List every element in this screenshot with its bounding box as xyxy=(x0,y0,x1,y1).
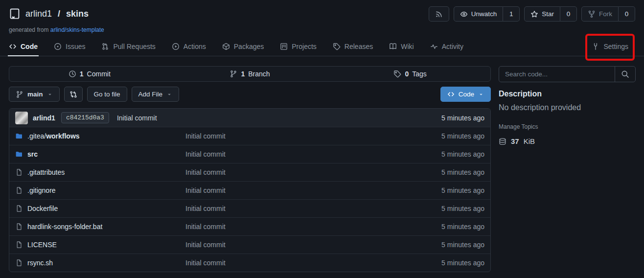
commit-message-link[interactable]: Initial commit xyxy=(117,114,157,122)
watch-group: Unwatch 1 xyxy=(454,6,520,22)
tab-issues[interactable]: Issues xyxy=(54,37,85,56)
tab-wiki-label: Wiki xyxy=(401,43,414,50)
search-button[interactable] xyxy=(615,67,635,82)
tab-actions[interactable]: Actions xyxy=(172,37,206,56)
repo-size-value: 37 xyxy=(511,137,519,145)
tab-packages[interactable]: Packages xyxy=(222,37,264,56)
project-board-icon xyxy=(280,43,288,50)
star-group: Star 0 xyxy=(524,6,577,22)
fork-button[interactable]: Fork xyxy=(581,6,619,22)
row-timestamp: 5 minutes ago xyxy=(441,259,484,267)
row-commit-message[interactable]: Initial commit xyxy=(185,205,226,212)
dir-path-prefix: .gitea/ xyxy=(27,132,46,140)
branch-label: Branch xyxy=(248,70,270,78)
file-link[interactable]: hardlink-songs-folder.bat xyxy=(27,223,102,231)
repo-stats-bar: 1 Commit 1 Branch xyxy=(9,66,491,82)
row-timestamp: 5 minutes ago xyxy=(441,150,484,158)
unwatch-button[interactable]: Unwatch xyxy=(454,6,504,22)
template-repo-link[interactable]: arlind/skins-template xyxy=(50,26,104,33)
tab-actions-label: Actions xyxy=(184,43,206,50)
database-icon xyxy=(499,138,506,145)
branch-selector-button[interactable]: main xyxy=(9,87,60,102)
file-icon xyxy=(15,259,23,267)
file-toolbar: main Go to file Add File xyxy=(9,87,491,102)
table-row-gitattributes: .gitattributes Initial commit 5 minutes … xyxy=(9,163,490,181)
tab-wiki[interactable]: Wiki xyxy=(389,37,414,56)
row-commit-message[interactable]: Initial commit xyxy=(185,259,226,267)
tab-code[interactable]: Code xyxy=(9,37,38,56)
fork-label: Fork xyxy=(599,10,612,18)
tab-activity-label: Activity xyxy=(442,43,463,50)
file-icon xyxy=(15,168,23,176)
tab-activity[interactable]: Activity xyxy=(430,37,463,56)
commit-author-avatar[interactable] xyxy=(15,112,28,124)
tab-projects[interactable]: Projects xyxy=(280,37,317,56)
file-icon xyxy=(15,186,23,194)
file-link[interactable]: Dockerfile xyxy=(27,205,58,212)
row-commit-message[interactable]: Initial commit xyxy=(185,132,226,140)
compare-branches-button[interactable] xyxy=(64,87,83,102)
tools-icon xyxy=(592,43,599,50)
book-icon xyxy=(389,43,397,50)
repo-action-buttons: Unwatch 1 Star 0 xyxy=(429,6,635,22)
file-link[interactable]: rsync.sh xyxy=(27,259,53,267)
commit-author-name[interactable]: arlind1 xyxy=(33,114,55,122)
tab-pull-requests-label: Pull Requests xyxy=(113,43,155,50)
code-download-button[interactable]: Code xyxy=(440,87,491,102)
row-commit-message[interactable]: Initial commit xyxy=(185,150,226,158)
go-to-file-label: Go to file xyxy=(94,91,120,98)
pulse-icon xyxy=(430,43,438,50)
repo-header: arlind1 / skins xyxy=(0,0,644,56)
star-button[interactable]: Star xyxy=(524,6,560,22)
table-row-hardlink-bat: hardlink-songs-folder.bat Initial commit… xyxy=(9,217,490,235)
dir-link[interactable]: .gitea/workflows xyxy=(27,132,80,140)
file-icon xyxy=(15,205,23,212)
dir-name: workflows xyxy=(46,132,79,140)
commit-label: Commit xyxy=(87,70,111,78)
page-content: 1 Commit 1 Branch xyxy=(0,66,644,272)
search-icon xyxy=(621,70,629,78)
tags-stat[interactable]: 0 Tags xyxy=(330,67,490,81)
file-link[interactable]: LICENSE xyxy=(27,241,57,249)
commit-hash-link[interactable]: c84215d0a3 xyxy=(61,112,109,123)
code-search-box xyxy=(499,66,636,82)
manage-topics-link[interactable]: Manage Topics xyxy=(499,123,538,130)
dir-name: src xyxy=(27,150,38,158)
rss-button[interactable] xyxy=(429,6,449,22)
go-to-file-button[interactable]: Go to file xyxy=(87,87,127,102)
search-input[interactable] xyxy=(499,67,615,82)
repo-name-link[interactable]: skins xyxy=(66,9,89,19)
file-link[interactable]: .gitattributes xyxy=(27,168,65,176)
row-commit-message[interactable]: Initial commit xyxy=(185,168,226,176)
tab-settings[interactable]: Settings xyxy=(592,37,628,56)
star-label: Star xyxy=(542,10,554,18)
watchers-count-button[interactable]: 1 xyxy=(503,6,520,22)
row-commit-message[interactable]: Initial commit xyxy=(185,223,226,231)
row-commit-message[interactable]: Initial commit xyxy=(185,186,226,194)
branches-stat[interactable]: 1 Branch xyxy=(170,67,330,81)
folder-icon xyxy=(15,132,23,140)
file-link[interactable]: .gitignore xyxy=(27,186,56,194)
branch-icon xyxy=(16,91,23,98)
package-cube-icon xyxy=(222,43,230,50)
issue-icon xyxy=(54,43,62,50)
tab-projects-label: Projects xyxy=(292,43,317,50)
tab-releases[interactable]: Releases xyxy=(333,37,373,56)
play-circle-icon xyxy=(172,43,180,50)
row-timestamp: 5 minutes ago xyxy=(441,241,484,249)
tag-count: 0 xyxy=(405,70,409,78)
stars-count-button[interactable]: 0 xyxy=(560,6,577,22)
row-commit-message[interactable]: Initial commit xyxy=(185,241,226,249)
repo-owner-link[interactable]: arlind1 xyxy=(25,9,52,19)
folder-icon xyxy=(15,150,23,158)
forks-count-button[interactable]: 0 xyxy=(619,6,635,22)
fork-group: Fork 0 xyxy=(581,6,635,22)
add-file-button[interactable]: Add File xyxy=(132,87,180,102)
commits-stat[interactable]: 1 Commit xyxy=(9,67,170,81)
dir-link[interactable]: src xyxy=(27,150,38,158)
commit-count: 1 xyxy=(80,70,84,78)
add-file-label: Add File xyxy=(138,91,163,98)
tab-releases-label: Releases xyxy=(345,43,373,50)
tab-pull-requests[interactable]: Pull Requests xyxy=(101,37,155,56)
file-icon xyxy=(15,241,23,249)
